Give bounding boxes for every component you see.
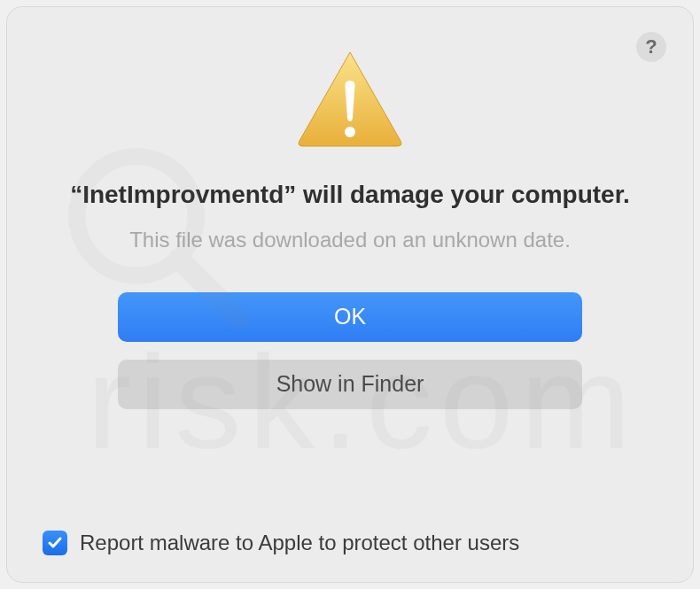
svg-point-2 xyxy=(345,127,355,137)
dialog-title: “InetImprovmentd” will damage your compu… xyxy=(60,178,640,212)
checkmark-icon xyxy=(46,534,64,552)
checkbox-row: Report malware to Apple to protect other… xyxy=(43,531,519,555)
alert-dialog: risk.com ? “InetImprovmentd” will damage… xyxy=(6,6,694,583)
ok-button[interactable]: OK xyxy=(118,292,582,342)
report-malware-checkbox[interactable] xyxy=(43,531,67,555)
warning-icon xyxy=(292,47,408,151)
button-container: OK Show in Finder xyxy=(7,292,693,409)
help-icon: ? xyxy=(645,35,657,58)
svg-point-0 xyxy=(77,157,196,275)
dialog-subtitle: This file was downloaded on an unknown d… xyxy=(43,228,657,252)
help-button[interactable]: ? xyxy=(636,32,666,62)
show-in-finder-label: Show in Finder xyxy=(276,371,424,397)
show-in-finder-button[interactable]: Show in Finder xyxy=(118,360,582,409)
ok-button-label: OK xyxy=(334,304,366,329)
checkbox-label: Report malware to Apple to protect other… xyxy=(80,531,519,555)
icon-container xyxy=(7,47,693,151)
